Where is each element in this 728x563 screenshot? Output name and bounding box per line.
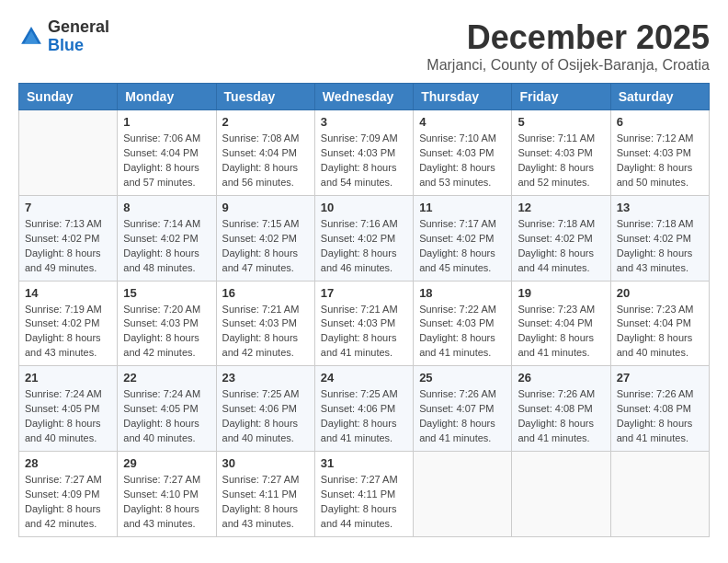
- calendar-cell: 5Sunrise: 7:11 AM Sunset: 4:03 PM Daylig…: [512, 110, 610, 196]
- day-info: Sunrise: 7:25 AM Sunset: 4:06 PM Dayligh…: [321, 387, 407, 446]
- day-number: 3: [321, 115, 407, 129]
- calendar-cell: 11Sunrise: 7:17 AM Sunset: 4:02 PM Dayli…: [414, 195, 512, 281]
- day-info: Sunrise: 7:25 AM Sunset: 4:06 PM Dayligh…: [222, 387, 309, 446]
- calendar-cell: [19, 110, 118, 196]
- day-info: Sunrise: 7:12 AM Sunset: 4:03 PM Dayligh…: [617, 132, 703, 190]
- day-info: Sunrise: 7:09 AM Sunset: 4:03 PM Dayligh…: [321, 132, 407, 190]
- calendar-week-row: 7Sunrise: 7:13 AM Sunset: 4:02 PM Daylig…: [19, 195, 710, 281]
- calendar-cell: [414, 452, 512, 537]
- day-number: 1: [123, 115, 210, 129]
- day-info: Sunrise: 7:24 AM Sunset: 4:05 PM Dayligh…: [25, 387, 111, 446]
- day-info: Sunrise: 7:19 AM Sunset: 4:02 PM Dayligh…: [25, 303, 111, 362]
- calendar-cell: 10Sunrise: 7:16 AM Sunset: 4:02 PM Dayli…: [314, 195, 413, 281]
- day-number: 12: [518, 201, 604, 214]
- calendar-cell: 8Sunrise: 7:14 AM Sunset: 4:02 PM Daylig…: [118, 195, 216, 281]
- calendar-cell: 2Sunrise: 7:08 AM Sunset: 4:04 PM Daylig…: [216, 110, 314, 196]
- day-number: 7: [25, 201, 111, 214]
- day-number: 9: [222, 201, 309, 214]
- calendar-cell: 27Sunrise: 7:26 AM Sunset: 4:08 PM Dayli…: [610, 366, 709, 452]
- calendar-cell: 14Sunrise: 7:19 AM Sunset: 4:02 PM Dayli…: [19, 281, 118, 366]
- day-info: Sunrise: 7:18 AM Sunset: 4:02 PM Dayligh…: [617, 217, 703, 276]
- day-number: 11: [419, 201, 506, 214]
- day-number: 4: [419, 115, 506, 129]
- day-info: Sunrise: 7:06 AM Sunset: 4:04 PM Dayligh…: [123, 132, 210, 190]
- day-info: Sunrise: 7:27 AM Sunset: 4:10 PM Dayligh…: [123, 473, 210, 532]
- day-info: Sunrise: 7:21 AM Sunset: 4:03 PM Dayligh…: [321, 303, 407, 362]
- logo-text: General Blue: [48, 18, 109, 55]
- day-number: 14: [25, 286, 111, 300]
- weekday-header: Friday: [512, 84, 610, 110]
- day-number: 13: [617, 201, 703, 214]
- logo-general: General: [48, 17, 109, 36]
- title-block: December 2025 Marjanci, County of Osijek…: [427, 18, 710, 74]
- weekday-header: Sunday: [19, 84, 118, 110]
- logo: General Blue: [18, 18, 109, 55]
- day-number: 10: [321, 201, 407, 214]
- calendar-cell: 13Sunrise: 7:18 AM Sunset: 4:02 PM Dayli…: [610, 195, 709, 281]
- day-number: 6: [617, 115, 703, 129]
- calendar-cell: 19Sunrise: 7:23 AM Sunset: 4:04 PM Dayli…: [512, 281, 610, 366]
- day-number: 19: [518, 286, 604, 300]
- day-number: 20: [617, 286, 703, 300]
- calendar-week-row: 28Sunrise: 7:27 AM Sunset: 4:09 PM Dayli…: [19, 452, 710, 537]
- day-info: Sunrise: 7:27 AM Sunset: 4:09 PM Dayligh…: [25, 473, 111, 532]
- calendar-table: SundayMondayTuesdayWednesdayThursdayFrid…: [18, 83, 710, 537]
- day-number: 15: [123, 286, 210, 300]
- calendar-week-row: 14Sunrise: 7:19 AM Sunset: 4:02 PM Dayli…: [19, 281, 710, 366]
- logo-icon: [18, 24, 44, 50]
- calendar-cell: 1Sunrise: 7:06 AM Sunset: 4:04 PM Daylig…: [118, 110, 216, 196]
- day-number: 28: [25, 456, 111, 470]
- weekday-header: Saturday: [610, 84, 709, 110]
- day-info: Sunrise: 7:26 AM Sunset: 4:07 PM Dayligh…: [419, 387, 506, 446]
- calendar-cell: 18Sunrise: 7:22 AM Sunset: 4:03 PM Dayli…: [414, 281, 512, 366]
- day-number: 25: [419, 371, 506, 385]
- day-number: 30: [222, 456, 309, 470]
- day-number: 18: [419, 286, 506, 300]
- calendar-cell: 20Sunrise: 7:23 AM Sunset: 4:04 PM Dayli…: [610, 281, 709, 366]
- calendar-cell: 16Sunrise: 7:21 AM Sunset: 4:03 PM Dayli…: [216, 281, 314, 366]
- calendar-cell: 4Sunrise: 7:10 AM Sunset: 4:03 PM Daylig…: [414, 110, 512, 196]
- day-info: Sunrise: 7:08 AM Sunset: 4:04 PM Dayligh…: [222, 132, 309, 190]
- calendar-cell: 21Sunrise: 7:24 AM Sunset: 4:05 PM Dayli…: [19, 366, 118, 452]
- day-info: Sunrise: 7:18 AM Sunset: 4:02 PM Dayligh…: [518, 217, 604, 276]
- day-number: 5: [518, 115, 604, 129]
- day-info: Sunrise: 7:23 AM Sunset: 4:04 PM Dayligh…: [617, 303, 703, 362]
- day-info: Sunrise: 7:27 AM Sunset: 4:11 PM Dayligh…: [321, 473, 407, 532]
- day-number: 29: [123, 456, 210, 470]
- calendar-cell: [610, 452, 709, 537]
- calendar-cell: 17Sunrise: 7:21 AM Sunset: 4:03 PM Dayli…: [314, 281, 413, 366]
- page-header: General Blue December 2025 Marjanci, Cou…: [18, 18, 710, 74]
- day-number: 26: [518, 371, 604, 385]
- day-info: Sunrise: 7:23 AM Sunset: 4:04 PM Dayligh…: [518, 303, 604, 362]
- day-number: 22: [123, 371, 210, 385]
- calendar-cell: 12Sunrise: 7:18 AM Sunset: 4:02 PM Dayli…: [512, 195, 610, 281]
- day-info: Sunrise: 7:26 AM Sunset: 4:08 PM Dayligh…: [518, 387, 604, 446]
- calendar-cell: 29Sunrise: 7:27 AM Sunset: 4:10 PM Dayli…: [118, 452, 216, 537]
- day-number: 16: [222, 286, 309, 300]
- weekday-header: Thursday: [414, 84, 512, 110]
- day-info: Sunrise: 7:17 AM Sunset: 4:02 PM Dayligh…: [419, 217, 506, 276]
- calendar-cell: 25Sunrise: 7:26 AM Sunset: 4:07 PM Dayli…: [414, 366, 512, 452]
- calendar-week-row: 1Sunrise: 7:06 AM Sunset: 4:04 PM Daylig…: [19, 110, 710, 196]
- day-number: 23: [222, 371, 309, 385]
- day-info: Sunrise: 7:26 AM Sunset: 4:08 PM Dayligh…: [617, 387, 703, 446]
- day-info: Sunrise: 7:27 AM Sunset: 4:11 PM Dayligh…: [222, 473, 309, 532]
- day-info: Sunrise: 7:14 AM Sunset: 4:02 PM Dayligh…: [123, 217, 210, 276]
- day-number: 27: [617, 371, 703, 385]
- day-info: Sunrise: 7:10 AM Sunset: 4:03 PM Dayligh…: [419, 132, 506, 190]
- calendar-cell: 26Sunrise: 7:26 AM Sunset: 4:08 PM Dayli…: [512, 366, 610, 452]
- calendar-cell: 30Sunrise: 7:27 AM Sunset: 4:11 PM Dayli…: [216, 452, 314, 537]
- calendar-cell: 22Sunrise: 7:24 AM Sunset: 4:05 PM Dayli…: [118, 366, 216, 452]
- calendar-cell: [512, 452, 610, 537]
- calendar-cell: 15Sunrise: 7:20 AM Sunset: 4:03 PM Dayli…: [118, 281, 216, 366]
- day-number: 2: [222, 115, 309, 129]
- calendar-week-row: 21Sunrise: 7:24 AM Sunset: 4:05 PM Dayli…: [19, 366, 710, 452]
- day-info: Sunrise: 7:21 AM Sunset: 4:03 PM Dayligh…: [222, 303, 309, 362]
- day-info: Sunrise: 7:24 AM Sunset: 4:05 PM Dayligh…: [123, 387, 210, 446]
- calendar-cell: 7Sunrise: 7:13 AM Sunset: 4:02 PM Daylig…: [19, 195, 118, 281]
- calendar-cell: 6Sunrise: 7:12 AM Sunset: 4:03 PM Daylig…: [610, 110, 709, 196]
- day-info: Sunrise: 7:16 AM Sunset: 4:02 PM Dayligh…: [321, 217, 407, 276]
- day-number: 24: [321, 371, 407, 385]
- calendar-cell: 24Sunrise: 7:25 AM Sunset: 4:06 PM Dayli…: [314, 366, 413, 452]
- day-info: Sunrise: 7:20 AM Sunset: 4:03 PM Dayligh…: [123, 303, 210, 362]
